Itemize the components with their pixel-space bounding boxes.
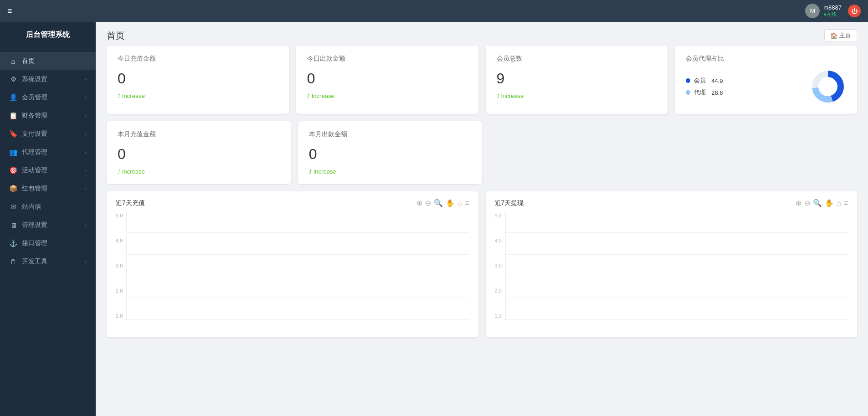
sidebar-item-home[interactable]: ⌂ 首页 (0, 52, 96, 70)
sidebar-logo: 后台管理系统 (0, 22, 96, 48)
legend-item-会员: 会员 44.9 (686, 77, 723, 85)
agent-icon: 👥 (9, 148, 17, 156)
sidebar-label-agent: 代理管理 (22, 148, 47, 156)
nav-arrow-redpack: ‹ (85, 186, 87, 191)
trend-label-today_recharge: Increase (122, 92, 145, 99)
member-icon: 👤 (9, 93, 17, 102)
home-icon: 🏠 (830, 32, 837, 39)
y-axis-week_recharge: 5.04.03.02.01.0 (116, 211, 126, 320)
user-status: ●在线 (823, 11, 837, 18)
stat-card-today_withdraw: 今日出款金额 0 ⤴ Increase (296, 46, 478, 114)
stat-value-today_recharge: 0 (118, 70, 278, 87)
user-name: m8887 (823, 4, 842, 11)
trend-label-month_recharge: Increase (122, 168, 145, 175)
stat-trend-month_recharge: ⤴ Increase (118, 168, 280, 175)
stat-trend-total_members: ⤴ Increase (497, 92, 657, 99)
sidebar-item-devtools[interactable]: 🗒 开发工具 ‹ (0, 252, 96, 271)
legend-label-代理: 代理 (694, 88, 706, 97)
pan-icon[interactable]: ✋ (825, 199, 834, 207)
home-chart-icon[interactable]: ⌂ (457, 199, 462, 207)
stat-trend-today_withdraw: ⤴ Increase (307, 92, 467, 99)
trend-icon-month_withdraw: ⤴ (309, 169, 312, 175)
sidebar-item-agent[interactable]: 👥 代理管理 ‹ (0, 143, 96, 161)
breadcrumb-button[interactable]: 🏠 主页 (824, 29, 857, 42)
finance-icon: 📋 (9, 112, 17, 120)
inbox-icon: ✉ (9, 203, 17, 211)
dashboard-grid: 今日充值金额 0 ⤴ Increase 今日出款金额 0 ⤴ Increase … (96, 46, 868, 344)
sidebar-item-payment[interactable]: 🔖 支付设置 ‹ (0, 125, 96, 143)
zoom-out-icon[interactable]: ⊖ (804, 199, 810, 207)
nav-arrow-devtools: ‹ (85, 259, 87, 264)
chart-card-week_withdraw: 近7天提现 ⊕ ⊖ 🔍 ✋ ⌂ ≡ 5.04.03.02.01.0 (486, 191, 858, 337)
y-axis-week_withdraw: 5.04.03.02.01.0 (495, 211, 505, 320)
sidebar-item-api[interactable]: ⚓ 接口管理 (0, 234, 96, 252)
avatar: M (805, 4, 820, 18)
breadcrumb-label: 主页 (839, 31, 851, 40)
zoom-out-icon[interactable]: ⊖ (425, 199, 431, 207)
nav-arrow-mgmt: ‹ (85, 222, 87, 228)
y-label: 4.0 (495, 238, 502, 243)
home-chart-icon[interactable]: ⌂ (837, 199, 841, 207)
stats-row-month: 本月充值金额 0 ⤴ Increase 本月出款金额 0 ⤴ Increase (107, 121, 857, 184)
user-info: m8887 ●在线 (823, 4, 842, 18)
chart-title-week_recharge: 近7天充值 (116, 199, 145, 207)
sidebar-label-system: 系统设置 (22, 75, 47, 83)
stat-title-today_recharge: 今日充值金额 (118, 55, 278, 63)
charts-row: 近7天充值 ⊕ ⊖ 🔍 ✋ ⌂ ≡ 5.04.03.02.01.0 近7天提现 … (107, 191, 857, 337)
sidebar-item-activity[interactable]: 🎯 活动管理 ‹ (0, 161, 96, 180)
zoom-in-icon[interactable]: ⊕ (416, 199, 422, 207)
trend-icon-today_withdraw: ⤴ (307, 93, 310, 99)
sidebar-label-inbox: 站内信 (22, 203, 41, 211)
y-label: 3.0 (116, 263, 123, 268)
donut-legend: 会员 44.9 代理 28.6 (686, 77, 723, 97)
trend-label-month_withdraw: Increase (313, 168, 336, 175)
chart-header-week_recharge: 近7天充值 ⊕ ⊖ 🔍 ✋ ⌂ ≡ (116, 199, 469, 207)
pan-icon[interactable]: ✋ (446, 199, 455, 207)
donut-content: 会员 44.9 代理 28.6 (686, 68, 846, 105)
stat-value-total_members: 9 (497, 70, 657, 87)
sidebar: 后台管理系统 ⌂ 首页 ⚙ 系统设置 ‹ 👤 会员管理 ‹ 📋 财务管理 ‹ 🔖… (0, 22, 96, 416)
top-header: ≡ M m8887 ●在线 ⏻ (0, 0, 868, 22)
nav-arrow-agent: ‹ (85, 149, 87, 155)
menu-chart-icon[interactable]: ≡ (465, 199, 469, 207)
donut-card: 会员代理占比 会员 44.9 代理 28.6 (675, 46, 857, 114)
sidebar-item-member[interactable]: 👤 会员管理 ‹ (0, 88, 96, 107)
power-button[interactable]: ⏻ (848, 5, 861, 17)
sidebar-item-mgmt[interactable]: 🖥 管理设置 ‹ (0, 216, 96, 234)
menu-chart-icon[interactable]: ≡ (844, 199, 848, 207)
activity-icon: 🎯 (9, 166, 17, 175)
main-layout: 后台管理系统 ⌂ 首页 ⚙ 系统设置 ‹ 👤 会员管理 ‹ 📋 财务管理 ‹ 🔖… (0, 22, 868, 416)
legend-label-会员: 会员 (694, 77, 706, 85)
grid-lines-week_withdraw (506, 211, 848, 320)
y-label: 5.0 (116, 213, 123, 218)
stat-card-month_recharge: 本月充值金额 0 ⤴ Increase (107, 121, 291, 184)
grid-lines-week_recharge (127, 211, 469, 320)
redpack-icon: 📦 (9, 185, 17, 193)
sidebar-label-devtools: 开发工具 (22, 257, 47, 266)
trend-icon-today_recharge: ⤴ (118, 93, 120, 99)
sidebar-item-redpack[interactable]: 📦 红包管理 ‹ (0, 180, 96, 198)
donut-title: 会员代理占比 (686, 55, 846, 63)
menu-toggle-icon[interactable]: ≡ (7, 6, 12, 16)
content-area: 首页 🏠 主页 今日充值金额 0 ⤴ Increase 今日出款金额 0 ⤴ I… (96, 22, 868, 416)
sidebar-label-home: 首页 (22, 57, 35, 65)
devtools-icon: 🗒 (9, 258, 17, 266)
zoom-icon[interactable]: 🔍 (434, 199, 443, 207)
sidebar-item-finance[interactable]: 📋 财务管理 ‹ (0, 107, 96, 125)
trend-label-today_withdraw: Increase (312, 92, 334, 99)
legend-dot-会员 (686, 78, 690, 83)
chart-area-week_recharge (126, 211, 469, 320)
stat-trend-month_withdraw: ⤴ Increase (309, 168, 471, 175)
stat-value-today_withdraw: 0 (307, 70, 467, 87)
stat-card-today_recharge: 今日充值金额 0 ⤴ Increase (107, 46, 289, 114)
y-label: 2.0 (495, 288, 502, 293)
sidebar-label-redpack: 红包管理 (22, 185, 47, 193)
sidebar-item-inbox[interactable]: ✉ 站内信 (0, 198, 96, 216)
sidebar-item-system[interactable]: ⚙ 系统设置 ‹ (0, 70, 96, 88)
chart-area-week_withdraw (505, 211, 848, 320)
y-label: 5.0 (495, 213, 502, 218)
trend-icon-month_recharge: ⤴ (118, 169, 120, 175)
zoom-in-icon[interactable]: ⊕ (796, 199, 801, 207)
stat-card-month_withdraw: 本月出款金额 0 ⤴ Increase (298, 121, 482, 184)
zoom-icon[interactable]: 🔍 (813, 199, 822, 207)
